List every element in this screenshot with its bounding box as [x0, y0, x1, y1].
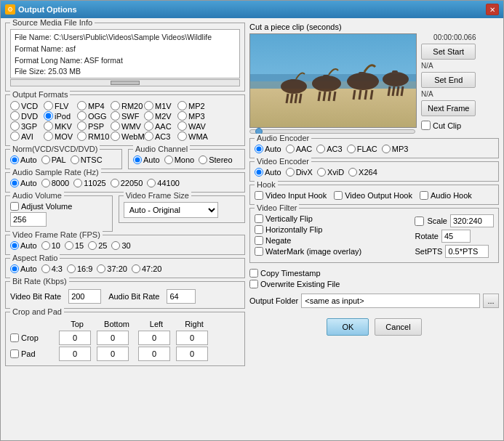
rate-11025[interactable]: 11025 [73, 179, 106, 187]
copy-timestamp-checkbox[interactable]: Copy Timestamp [249, 269, 499, 278]
norm-auto[interactable]: Auto [10, 155, 37, 164]
channel-mono[interactable]: Mono [164, 155, 195, 164]
fmt-wav[interactable]: WAV [177, 121, 211, 131]
venc-divx[interactable]: DivX [286, 168, 313, 177]
ok-button[interactable]: OK [327, 318, 369, 336]
svg-line-7 [295, 94, 297, 103]
fmt-3gp[interactable]: 3GP [10, 121, 44, 131]
pad-top-input[interactable] [59, 347, 91, 361]
fmt-wma[interactable]: WMA [177, 132, 211, 141]
fmt-avi[interactable]: AVI [10, 132, 44, 141]
audio-encoder-label: Audio Encoder [255, 134, 311, 142]
cut-clip-checkbox-label: Cut Clip [433, 121, 461, 130]
crop-right-input[interactable] [176, 331, 208, 345]
fps-25[interactable]: 25 [88, 241, 107, 250]
venc-x264[interactable]: X264 [348, 168, 377, 177]
pad-checkbox[interactable]: Pad [10, 349, 57, 358]
aspect-auto[interactable]: Auto [10, 264, 37, 273]
fmt-vcd[interactable]: VCD [10, 101, 44, 110]
pad-right-input[interactable] [176, 347, 208, 361]
vert-flip-checkbox[interactable]: Vertically Flip [255, 214, 409, 223]
watermark-checkbox[interactable]: WaterMark (image overlay) [255, 247, 409, 256]
crop-bottom-input[interactable] [97, 331, 129, 345]
browse-button[interactable]: ... [483, 294, 499, 308]
fmt-mov[interactable]: MOV [44, 132, 77, 141]
fmt-mp2[interactable]: MP2 [177, 101, 211, 110]
aenc-flac[interactable]: FLAC [347, 145, 377, 153]
fmt-psp[interactable]: PSP [77, 121, 111, 131]
svg-line-23 [388, 86, 390, 96]
video-output-hook-checkbox[interactable]: Video Output Hook [334, 191, 412, 200]
crop-top-input[interactable] [59, 331, 91, 345]
svg-line-25 [397, 86, 399, 96]
fps-15[interactable]: 15 [65, 241, 84, 250]
venc-auto[interactable]: Auto [255, 168, 281, 177]
fmt-m1v[interactable]: M1V [144, 101, 177, 110]
fmt-rm10[interactable]: RM10 [77, 132, 111, 141]
cut-clip-checkbox[interactable] [421, 121, 431, 130]
fmt-webm[interactable]: WebM [111, 132, 144, 141]
channel-auto[interactable]: Auto [133, 155, 160, 164]
aenc-mp3[interactable]: MP3 [382, 145, 409, 153]
fmt-m2v[interactable]: M2V [144, 111, 177, 121]
fmt-flv[interactable]: FLV [44, 101, 77, 110]
aenc-ac3[interactable]: AC3 [316, 145, 342, 153]
fmt-ac3[interactable]: AC3 [144, 132, 177, 141]
adjust-volume-checkbox[interactable]: Adjust Volume [10, 202, 108, 211]
rotate-input[interactable]: 45 [441, 230, 471, 243]
pad-left-input[interactable] [138, 347, 170, 361]
fps-auto[interactable]: Auto [10, 241, 37, 250]
video-bitrate-input[interactable]: 200 [68, 289, 101, 304]
aspect-16-9[interactable]: 16:9 [67, 264, 92, 273]
negate-checkbox[interactable]: Negate [255, 236, 409, 245]
aspect-37-20[interactable]: 37:20 [97, 264, 127, 273]
next-frame-button[interactable]: Next Frame [421, 100, 476, 116]
channel-stereo[interactable]: Stereo [199, 155, 232, 164]
set-end-button[interactable]: Set End [421, 72, 476, 88]
venc-xvid[interactable]: XviD [317, 168, 344, 177]
sample-rate-label: Audio Sample Rate (Hz) [10, 168, 101, 177]
fps-10[interactable]: 10 [41, 241, 60, 250]
fmt-dvd[interactable]: DVD [10, 111, 44, 121]
scale-checkbox[interactable] [415, 217, 424, 226]
rate-auto[interactable]: Auto [10, 179, 37, 187]
audio-hook-checkbox[interactable]: Audio Hook [420, 191, 472, 200]
fmt-ogg[interactable]: OGG [77, 111, 111, 121]
scale-input[interactable]: 320:240 [450, 214, 494, 227]
aenc-aac[interactable]: AAC [286, 145, 313, 153]
source-scrollbar[interactable] [10, 79, 240, 86]
crop-left-input[interactable] [138, 331, 170, 345]
video-input-hook-checkbox[interactable]: Video Input Hook [255, 191, 327, 200]
horiz-flip-checkbox[interactable]: Horizontally Flip [255, 225, 409, 234]
fmt-mp3[interactable]: MP3 [177, 111, 211, 121]
rate-22050[interactable]: 22050 [111, 179, 143, 187]
audio-bitrate-input[interactable]: 64 [167, 289, 196, 304]
rate-8000[interactable]: 8000 [41, 179, 69, 187]
fmt-mp4[interactable]: MP4 [77, 101, 111, 110]
fmt-swf[interactable]: SWF [111, 111, 144, 121]
fps-30[interactable]: 30 [111, 241, 130, 250]
norm-pal[interactable]: PAL [41, 155, 66, 164]
fmt-mkv[interactable]: MKV [44, 121, 77, 131]
output-folder-label: Output Folder [249, 296, 298, 305]
aenc-auto[interactable]: Auto [255, 145, 281, 153]
frame-size-select[interactable]: Auto - Original [124, 202, 218, 218]
scale-label: Scale [427, 217, 447, 225]
pad-bottom-input[interactable] [97, 347, 129, 361]
output-folder-input[interactable]: <same as input> [301, 294, 480, 308]
norm-ntsc[interactable]: NTSC [71, 155, 103, 164]
fmt-ipod[interactable]: iPod [44, 111, 77, 121]
overwrite-checkbox[interactable]: Overwrite Existing File [249, 280, 499, 288]
aspect-4-3[interactable]: 4:3 [41, 264, 63, 273]
setpts-input[interactable]: 0.5*PTS [445, 245, 489, 258]
cancel-button[interactable]: Cancel [375, 318, 421, 336]
rate-44100[interactable]: 44100 [147, 179, 180, 187]
fmt-rm20[interactable]: RM20 [111, 101, 144, 110]
aspect-47-20[interactable]: 47:20 [132, 264, 162, 273]
set-start-button[interactable]: Set Start [421, 44, 476, 60]
crop-checkbox[interactable]: Crop [10, 333, 57, 342]
volume-input[interactable]: 256 [10, 212, 47, 227]
fmt-wmv[interactable]: WMV [111, 121, 144, 131]
fmt-aac[interactable]: AAC [144, 121, 177, 131]
close-button[interactable]: ✕ [486, 4, 499, 15]
